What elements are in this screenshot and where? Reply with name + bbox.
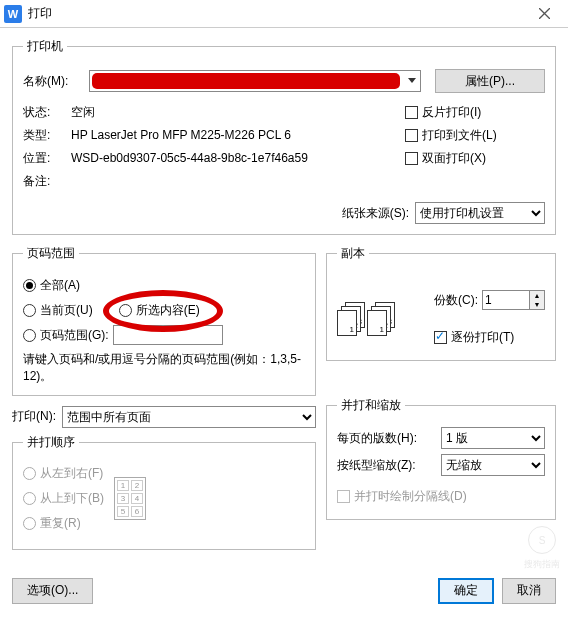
status-value: 空闲 bbox=[71, 104, 395, 121]
radio-pages-label: 页码范围(G): bbox=[40, 327, 109, 344]
scale-legend: 并打和缩放 bbox=[337, 397, 405, 414]
where-label: 位置: bbox=[23, 150, 71, 167]
paper-source-select[interactable]: 使用打印机设置 bbox=[415, 202, 545, 224]
collate-preview-icon: 3 2 1 3 2 1 bbox=[337, 302, 395, 338]
radio-pages[interactable] bbox=[23, 329, 36, 342]
redaction-bar bbox=[92, 73, 400, 89]
radio-selection[interactable] bbox=[119, 304, 132, 317]
print-what-label: 打印(N): bbox=[12, 408, 56, 425]
pages-per-select[interactable]: 1 版 bbox=[441, 427, 545, 449]
type-label: 类型: bbox=[23, 127, 71, 144]
radio-lr bbox=[23, 467, 36, 480]
window-title: 打印 bbox=[28, 5, 52, 22]
printer-name-select[interactable] bbox=[89, 70, 421, 92]
copies-up[interactable]: ▲ bbox=[530, 291, 544, 300]
status-label: 状态: bbox=[23, 104, 71, 121]
collate-label: 逐份打印(T) bbox=[451, 329, 514, 346]
radio-selection-label: 所选内容(E) bbox=[136, 302, 200, 319]
to-file-label: 打印到文件(L) bbox=[422, 127, 497, 144]
print-order-group: 并打顺序 从左到右(F) 从上到下(B) 重复(R) 123456 bbox=[12, 434, 316, 550]
separator-checkbox bbox=[337, 490, 350, 503]
duplex-checkbox[interactable] bbox=[405, 152, 418, 165]
radio-repeat bbox=[23, 517, 36, 530]
options-button[interactable]: 选项(O)... bbox=[12, 578, 93, 604]
cancel-button[interactable]: 取消 bbox=[502, 578, 556, 604]
radio-current[interactable] bbox=[23, 304, 36, 317]
copies-down[interactable]: ▼ bbox=[530, 300, 544, 309]
radio-all-label: 全部(A) bbox=[40, 277, 80, 294]
scale-to-select[interactable]: 无缩放 bbox=[441, 454, 545, 476]
collate-checkbox[interactable] bbox=[434, 331, 447, 344]
paper-source-label: 纸张来源(S): bbox=[342, 205, 409, 222]
radio-tb-label: 从上到下(B) bbox=[40, 490, 104, 507]
mirror-label: 反片打印(I) bbox=[422, 104, 481, 121]
printer-group: 打印机 名称(M): 属性(P)... 状态:空闲 类型:HP LaserJet… bbox=[12, 38, 556, 235]
mirror-checkbox[interactable] bbox=[405, 106, 418, 119]
comment-label: 备注: bbox=[23, 173, 71, 190]
scale-group: 并打和缩放 每页的版数(H):1 版 按纸型缩放(Z):无缩放 并打时绘制分隔线… bbox=[326, 397, 556, 520]
scale-to-label: 按纸型缩放(Z): bbox=[337, 457, 435, 474]
name-label: 名称(M): bbox=[23, 73, 83, 90]
copies-group: 副本 3 2 1 3 2 1 bbox=[326, 245, 556, 361]
radio-tb bbox=[23, 492, 36, 505]
where-value: WSD-eb0d9307-05c5-44a8-9b8c-1e7f46a59 bbox=[71, 151, 395, 165]
radio-lr-label: 从左到右(F) bbox=[40, 465, 103, 482]
range-hint: 请键入页码和/或用逗号分隔的页码范围(例如：1,3,5-12)。 bbox=[23, 351, 305, 385]
order-legend: 并打顺序 bbox=[23, 434, 79, 451]
to-file-checkbox[interactable] bbox=[405, 129, 418, 142]
range-legend: 页码范围 bbox=[23, 245, 79, 262]
app-icon: W bbox=[4, 5, 22, 23]
ok-button[interactable]: 确定 bbox=[438, 578, 494, 604]
radio-current-label: 当前页(U) bbox=[40, 302, 93, 319]
print-what-select[interactable]: 范围中所有页面 bbox=[62, 406, 316, 428]
dropdown-icon bbox=[404, 78, 420, 84]
duplex-label: 双面打印(X) bbox=[422, 150, 486, 167]
copies-legend: 副本 bbox=[337, 245, 369, 262]
radio-repeat-label: 重复(R) bbox=[40, 515, 81, 532]
page-range-group: 页码范围 全部(A) 当前页(U) 所选内容(E) 页码范围(G): 请键入页码… bbox=[12, 245, 316, 396]
radio-all[interactable] bbox=[23, 279, 36, 292]
close-button[interactable] bbox=[524, 0, 564, 28]
separator-label: 并打时绘制分隔线(D) bbox=[354, 488, 467, 505]
copies-input[interactable] bbox=[482, 290, 530, 310]
printer-legend: 打印机 bbox=[23, 38, 67, 55]
close-icon bbox=[539, 8, 550, 19]
pages-input[interactable] bbox=[113, 325, 223, 345]
type-value: HP LaserJet Pro MFP M225-M226 PCL 6 bbox=[71, 128, 395, 142]
order-preview-icon: 123456 bbox=[114, 477, 146, 520]
pages-per-label: 每页的版数(H): bbox=[337, 430, 435, 447]
properties-button[interactable]: 属性(P)... bbox=[435, 69, 545, 93]
copies-label: 份数(C): bbox=[434, 292, 478, 309]
titlebar: W 打印 bbox=[0, 0, 568, 28]
